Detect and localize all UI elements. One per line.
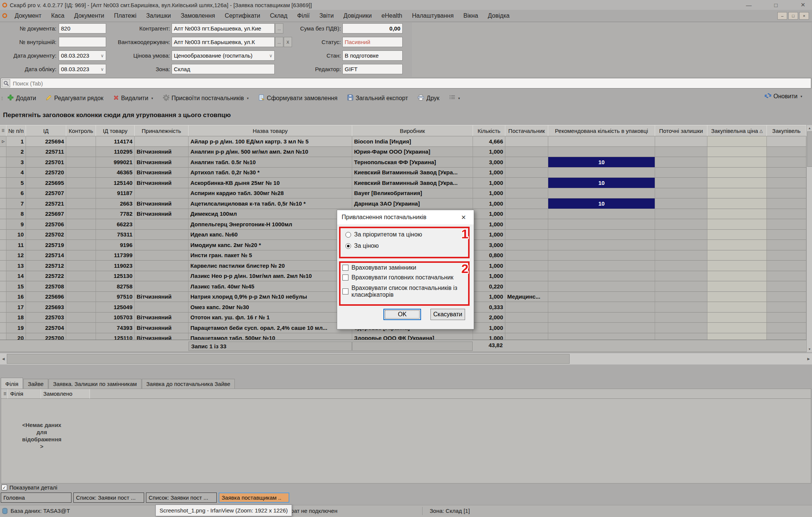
cell-prin[interactable]: Вітчизняний bbox=[135, 178, 189, 188]
cell-tovar[interactable]: 7782 bbox=[96, 209, 135, 220]
sum-field[interactable]: 0,00 bbox=[342, 23, 403, 34]
cell-name[interactable]: Лазикс табл. 40мг №45 bbox=[189, 281, 352, 292]
window-tab-2[interactable]: Список: Заявки пост ... bbox=[73, 493, 144, 503]
toolbar-list-button[interactable]: ▾ bbox=[446, 93, 463, 103]
contragent-lookup-button[interactable]: ... bbox=[275, 23, 283, 34]
cell-id[interactable]: 225703 bbox=[26, 313, 66, 323]
toolbar-друк-button[interactable]: Друк bbox=[415, 93, 442, 104]
cell-rec[interactable] bbox=[548, 219, 655, 230]
cell-prin[interactable] bbox=[135, 281, 189, 292]
toolbar-присвоїти-button[interactable]: Присвоїти постачальників▾ bbox=[160, 93, 252, 104]
cell-name[interactable]: Аналгин табл. 0.5г №10 bbox=[189, 157, 352, 168]
cell-n[interactable]: 11 bbox=[6, 240, 26, 250]
column-header-manuf[interactable]: Виробник bbox=[352, 125, 473, 136]
cell-name[interactable]: Карвелис пастилки блистер № 20 bbox=[189, 261, 352, 271]
cell-price[interactable] bbox=[707, 281, 767, 292]
menu-item-довідники[interactable]: Довідники bbox=[339, 10, 377, 21]
show-details-control[interactable]: ✓ Показувати деталі bbox=[2, 484, 57, 491]
cell-sel[interactable] bbox=[0, 157, 6, 168]
cell-price[interactable] bbox=[707, 250, 767, 261]
cell-stock[interactable] bbox=[655, 271, 707, 282]
cell-qty[interactable]: 2,000 bbox=[473, 313, 505, 323]
ok-button[interactable]: OK bbox=[383, 309, 421, 320]
checkbox-icon[interactable] bbox=[342, 275, 348, 281]
search-input[interactable] bbox=[11, 78, 810, 88]
scroll-up-icon[interactable]: ▲ bbox=[807, 125, 812, 131]
cell-id[interactable]: 225708 bbox=[26, 281, 66, 292]
account-date-dropdown-icon[interactable]: ∨ bbox=[100, 67, 104, 72]
cell-prin[interactable]: Вітчизняний bbox=[135, 168, 189, 178]
cell-control[interactable] bbox=[66, 178, 96, 188]
table-row[interactable]: 2225711110295ВітчизнянийАналгин р-р д/ин… bbox=[0, 147, 806, 157]
cell-name[interactable]: Димексид 100мл bbox=[189, 209, 352, 220]
cell-id[interactable]: 225697 bbox=[26, 209, 66, 220]
cell-sel[interactable] bbox=[0, 302, 6, 313]
cell-name[interactable]: Лазикс Нео р-р д/ин. 10мг/мл амп. 2мл №1… bbox=[189, 271, 352, 282]
menu-item-склад[interactable]: Склад bbox=[265, 10, 292, 21]
toolbar-додати-button[interactable]: Додати bbox=[5, 93, 39, 104]
cell-n[interactable]: 6 bbox=[6, 188, 26, 199]
cell-control[interactable] bbox=[66, 281, 96, 292]
detail-tab-2[interactable]: Зайве bbox=[23, 379, 48, 389]
cell-sel[interactable] bbox=[0, 313, 6, 323]
cell-sel[interactable] bbox=[0, 178, 6, 188]
cell-sel[interactable] bbox=[0, 230, 6, 240]
cell-prin[interactable] bbox=[135, 188, 189, 199]
column-header-rec[interactable]: Рекомендована кількість в упаковці bbox=[548, 125, 655, 136]
cell-qty[interactable]: 1,000 bbox=[473, 147, 505, 157]
cell-name[interactable]: Имодиум капс. 2мг №20 * bbox=[189, 240, 352, 250]
cell-sel[interactable] bbox=[0, 168, 6, 178]
cell-prin[interactable]: Вітчизняний bbox=[135, 333, 189, 340]
cell-price[interactable] bbox=[707, 188, 767, 199]
cell-control[interactable] bbox=[66, 323, 96, 333]
cell-tovar[interactable]: 125130 bbox=[96, 271, 135, 282]
cell-price[interactable] bbox=[707, 261, 767, 271]
cell-name[interactable]: Парацетамол беби сусп. орал. 2,4% саше 1… bbox=[189, 323, 352, 333]
cell-rec[interactable] bbox=[548, 333, 655, 340]
cell-stock[interactable] bbox=[655, 281, 707, 292]
cell-prin[interactable] bbox=[135, 240, 189, 250]
cell-stock[interactable] bbox=[655, 261, 707, 271]
vertical-scrollbar[interactable]: ▲ ▼ bbox=[806, 125, 812, 352]
table-row[interactable]: 622570791187Аспирин кардио табл. 300мг №… bbox=[0, 188, 806, 199]
column-header-stock[interactable]: Поточні залишки bbox=[655, 125, 707, 136]
radio-selected-icon[interactable] bbox=[345, 243, 351, 249]
contragent-field[interactable]: Апт №003 пгт.Барышевка, ул.Кие bbox=[172, 23, 275, 34]
cell-tovar[interactable]: 114174 bbox=[96, 136, 135, 147]
status-field[interactable]: Пасивний bbox=[342, 37, 403, 47]
show-details-checkbox[interactable]: ✓ bbox=[2, 485, 7, 490]
cell-id[interactable]: 225694 bbox=[26, 136, 66, 147]
cell-control[interactable] bbox=[66, 136, 96, 147]
cell-control[interactable] bbox=[66, 333, 96, 340]
cell-n[interactable]: 9 bbox=[6, 219, 26, 230]
cell-price2[interactable] bbox=[767, 333, 806, 340]
cell-control[interactable] bbox=[66, 157, 96, 168]
vertical-scroll-thumb[interactable] bbox=[807, 131, 812, 167]
cell-stock[interactable] bbox=[655, 198, 707, 209]
cell-control[interactable] bbox=[66, 313, 96, 323]
column-header-id[interactable]: ІД bbox=[26, 125, 66, 136]
cell-price[interactable] bbox=[707, 271, 767, 282]
cell-manuf[interactable]: Киевский Витаминный Завод [Укра... bbox=[352, 168, 473, 178]
cell-control[interactable] bbox=[66, 292, 96, 302]
cell-stock[interactable] bbox=[655, 188, 707, 199]
menu-item-замовлення[interactable]: Замовлення bbox=[176, 10, 220, 21]
cell-sup[interactable] bbox=[505, 302, 548, 313]
cell-price[interactable] bbox=[707, 313, 767, 323]
cell-stock[interactable] bbox=[655, 292, 707, 302]
menu-item-налаштування[interactable]: Налаштування bbox=[407, 10, 459, 21]
cell-id[interactable]: 225714 bbox=[26, 250, 66, 261]
cell-qty[interactable]: 1,000 bbox=[473, 323, 505, 333]
cell-id[interactable]: 225696 bbox=[26, 292, 66, 302]
cell-manuf[interactable]: Bayer [Великобритания] bbox=[352, 188, 473, 199]
cell-qty[interactable]: 0,800 bbox=[473, 250, 505, 261]
detail-column-2[interactable]: Замовлено bbox=[41, 389, 90, 399]
cell-control[interactable] bbox=[66, 261, 96, 271]
cell-price[interactable] bbox=[707, 209, 767, 220]
cell-sup[interactable] bbox=[505, 281, 548, 292]
cell-name[interactable]: Натрия хлорид 0,9% р-р 2мл №10 небулы bbox=[189, 292, 352, 302]
cell-tovar[interactable]: 110295 bbox=[96, 147, 135, 157]
cell-prin[interactable] bbox=[135, 261, 189, 271]
table-row[interactable]: 422572046365ВітчизнянийАртихол табл. 0,2… bbox=[0, 168, 806, 178]
cell-name[interactable]: Омез капс. 20мг №30 bbox=[189, 302, 352, 313]
